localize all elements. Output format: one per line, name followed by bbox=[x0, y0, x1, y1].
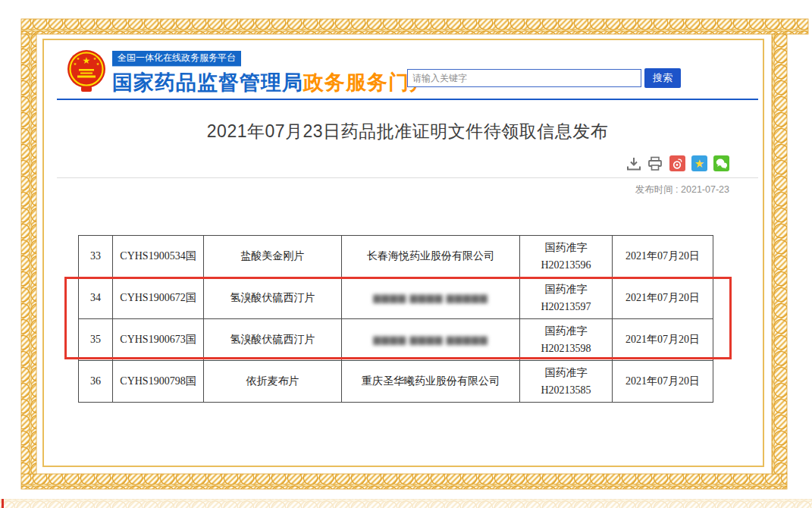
download-icon[interactable] bbox=[625, 156, 642, 171]
approval-date-cell: 2021年07月20日 bbox=[613, 278, 713, 319]
approval-number: H20213585 bbox=[523, 381, 609, 399]
star-glyph: ★ bbox=[694, 155, 704, 171]
approval-date-cell: 2021年07月20日 bbox=[613, 361, 713, 403]
svg-text:★: ★ bbox=[74, 61, 77, 66]
header-titles: 全国一体化在线政务服务平台 国家药品监督管理局政务服务门户 bbox=[112, 50, 431, 96]
acceptance-number-cell: CYHS1900798国 bbox=[113, 361, 204, 403]
company-cell: ▆▆▆▆ ▆▆▆▆ ▆▆▆▆▆ bbox=[342, 319, 520, 361]
company-cell: 重庆圣华曦药业股份有限公司 bbox=[342, 361, 520, 403]
print-icon[interactable] bbox=[647, 156, 663, 171]
acceptance-number-cell: CYHS1900672国 bbox=[113, 278, 204, 319]
row-number-cell: 36 bbox=[79, 361, 113, 403]
table-row: 34CYHS1900672国氢溴酸伏硫西汀片▆▆▆▆ ▆▆▆▆ ▆▆▆▆▆国药准… bbox=[79, 278, 713, 319]
approval-table-wrap: 33CYHS1900534国盐酸美金刚片长春海悦药业股份有限公司国药准字H202… bbox=[78, 235, 713, 403]
approval-table: 33CYHS1900534国盐酸美金刚片长春海悦药业股份有限公司国药准字H202… bbox=[78, 235, 713, 403]
frame-bottom-band bbox=[21, 474, 787, 489]
company-cell: ▆▆▆▆ ▆▆▆▆ ▆▆▆▆▆ bbox=[342, 278, 520, 319]
company-cell: 长春海悦药业股份有限公司 bbox=[342, 236, 520, 278]
acceptance-number-cell: CYHS1900673国 bbox=[113, 319, 204, 361]
row-number-cell: 34 bbox=[79, 278, 113, 319]
approval-prefix: 国药准字 bbox=[523, 364, 609, 381]
publish-time: 发布时间 : 2021-07-23 bbox=[57, 183, 729, 196]
site-title: 国家药品监督管理局政务服务门户 bbox=[112, 69, 431, 96]
search-button[interactable]: 搜索 bbox=[644, 68, 681, 88]
approval-number-cell: 国药准字H20213598 bbox=[520, 319, 613, 361]
frame-left-band bbox=[21, 34, 36, 474]
drug-name-cell: 依折麦布片 bbox=[204, 361, 342, 403]
approval-number-cell: 国药准字H20213597 bbox=[520, 278, 613, 319]
svg-text:★: ★ bbox=[83, 55, 91, 66]
table-row: 35CYHS1900673国氢溴酸伏硫西汀片▆▆▆▆ ▆▆▆▆ ▆▆▆▆▆国药准… bbox=[79, 319, 713, 361]
next-page-edge-band bbox=[0, 499, 812, 508]
frame-right-band bbox=[772, 34, 787, 474]
svg-text:★: ★ bbox=[96, 61, 100, 66]
approval-prefix: 国药准字 bbox=[523, 281, 609, 298]
table-row: 36CYHS1900798国依折麦布片重庆圣华曦药业股份有限公司国药准字H202… bbox=[79, 361, 713, 403]
approval-number: H20213596 bbox=[523, 256, 609, 274]
article-title: 2021年07月23日药品批准证明文件待领取信息发布 bbox=[57, 120, 758, 143]
approval-date-cell: 2021年07月20日 bbox=[613, 319, 713, 361]
approval-number-cell: 国药准字H20213596 bbox=[520, 236, 613, 278]
approval-prefix: 国药准字 bbox=[523, 322, 609, 340]
search-input[interactable] bbox=[407, 69, 641, 87]
page-content: ★ ★ ★ ★ ★ 全国一体化在线政务服务平台 国家药品监督管理局政务服务门户 … bbox=[57, 45, 758, 196]
drug-name-cell: 氢溴酸伏硫西汀片 bbox=[204, 278, 342, 319]
frame-top-band bbox=[21, 19, 808, 34]
share-toolbar: ★ bbox=[57, 155, 729, 171]
national-emblem-logo: ★ ★ ★ ★ ★ bbox=[66, 49, 107, 93]
site-header: ★ ★ ★ ★ ★ 全国一体化在线政务服务平台 国家药品监督管理局政务服务门户 … bbox=[57, 45, 758, 100]
approval-table-body: 33CYHS1900534国盐酸美金刚片长春海悦药业股份有限公司国药准字H202… bbox=[79, 236, 713, 403]
table-row: 33CYHS1900534国盐酸美金刚片长春海悦药业股份有限公司国药准字H202… bbox=[79, 236, 713, 278]
site-title-agency: 国家药品监督管理局 bbox=[112, 71, 303, 94]
acceptance-number-cell: CYHS1900534国 bbox=[113, 236, 204, 278]
drug-name-cell: 氢溴酸伏硫西汀片 bbox=[204, 319, 342, 361]
row-number-cell: 35 bbox=[79, 319, 113, 361]
platform-badge: 全国一体化在线政务服务平台 bbox=[112, 51, 241, 67]
bottom-left-red-tick bbox=[2, 499, 4, 508]
toolbar-divider bbox=[57, 177, 758, 178]
approval-number: H20213598 bbox=[523, 340, 609, 357]
header-divider bbox=[57, 99, 758, 100]
weibo-share-icon[interactable] bbox=[669, 155, 685, 171]
svg-text:★: ★ bbox=[93, 56, 97, 61]
approval-date-cell: 2021年07月20日 bbox=[613, 236, 713, 278]
approval-prefix: 国药准字 bbox=[523, 239, 609, 256]
wechat-share-icon[interactable] bbox=[713, 155, 729, 171]
svg-text:★: ★ bbox=[77, 56, 80, 61]
row-number-cell: 33 bbox=[79, 236, 113, 278]
qzone-share-icon[interactable]: ★ bbox=[691, 155, 707, 171]
approval-number: H20213597 bbox=[523, 298, 609, 315]
approval-number-cell: 国药准字H20213585 bbox=[520, 361, 613, 403]
drug-name-cell: 盐酸美金刚片 bbox=[204, 236, 342, 278]
